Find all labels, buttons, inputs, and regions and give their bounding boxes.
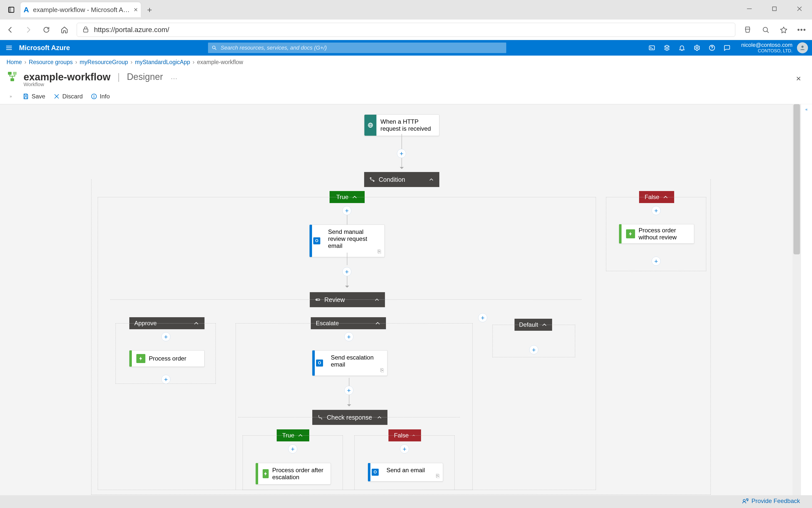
account-email: nicole@contoso.com [741, 42, 792, 48]
branch-icon [317, 414, 323, 420]
svg-point-19 [712, 49, 712, 50]
blade-subtitle: Workflow [0, 82, 812, 87]
add-step-button[interactable]: + [342, 267, 351, 276]
feedback-icon [742, 498, 748, 504]
settings-icon[interactable] [690, 40, 704, 55]
add-step-button[interactable]: + [344, 332, 353, 341]
svg-rect-25 [25, 97, 27, 99]
trigger-card[interactable]: When a HTTP request is received [364, 115, 439, 136]
new-tab-button[interactable]: + [143, 3, 156, 16]
outlook-icon: O [312, 225, 321, 257]
connection-icon: ⎘ [380, 367, 384, 374]
crumb-myresourcegroup[interactable]: myResourceGroup [80, 59, 128, 66]
portal-brand[interactable]: Microsoft Azure [19, 44, 70, 52]
feedback-top-icon[interactable] [720, 40, 735, 55]
check-response-header[interactable]: Check response [312, 410, 387, 425]
svg-rect-1 [9, 7, 11, 12]
crumb-resourcegroups[interactable]: Resource groups [29, 59, 73, 66]
connection-icon: ⎘ [436, 473, 439, 479]
send-an-email-card[interactable]: O Send an email ⎘ [368, 463, 443, 481]
svg-rect-24 [25, 94, 27, 95]
outlook-icon: O [371, 463, 380, 481]
switch-review-header[interactable]: Review [310, 292, 385, 307]
breadcrumb: Home› Resource groups› myResourceGroup› … [0, 55, 812, 69]
designer-canvas[interactable]: When a HTTP request is received + Condit… [0, 104, 792, 495]
add-step-button[interactable]: + [288, 444, 297, 454]
tab-title: example-workflow - Microsoft A… [33, 6, 130, 14]
app-menu-icon[interactable] [5, 4, 17, 15]
vertical-scrollbar[interactable] [792, 104, 801, 495]
process-after-escalation-card[interactable]: Process order after escalation [256, 463, 331, 484]
directories-icon[interactable] [659, 40, 674, 55]
chevron-up-icon[interactable] [374, 297, 380, 303]
window-close-icon[interactable] [787, 0, 812, 17]
lock-icon [82, 26, 89, 34]
add-step-button[interactable]: + [400, 444, 409, 454]
process-order-card[interactable]: Process order [129, 350, 204, 367]
browser-menu-icon[interactable]: ••• [796, 24, 808, 36]
add-step-button[interactable]: + [161, 332, 170, 341]
account-info[interactable]: nicole@contoso.com CONTOSO, LTD. [735, 42, 796, 54]
window-minimize-icon[interactable] [737, 0, 762, 17]
svg-rect-22 [13, 72, 16, 75]
nav-back-button[interactable] [4, 24, 16, 36]
nav-refresh-button[interactable] [41, 24, 52, 36]
add-step-button[interactable]: + [652, 257, 661, 266]
svg-rect-21 [8, 72, 11, 75]
add-step-button[interactable]: + [342, 206, 351, 215]
add-step-button[interactable]: + [344, 386, 353, 395]
add-step-button[interactable]: + [652, 206, 661, 215]
avatar[interactable] [797, 42, 808, 53]
discard-button[interactable]: Discard [53, 93, 83, 100]
azure-logo-icon: A [24, 5, 29, 14]
svg-line-14 [215, 49, 216, 50]
blade-title: example-workflow [24, 71, 111, 83]
scrollbar-thumb[interactable] [794, 104, 800, 254]
nav-forward-button [23, 24, 34, 36]
svg-rect-3 [772, 7, 776, 10]
crumb-app[interactable]: myStandardLogicApp [135, 59, 190, 66]
blade-close-button[interactable]: × [796, 74, 801, 83]
crumb-current: example-workflow [197, 59, 243, 66]
browser-tab[interactable]: A example-workflow - Microsoft A… × [21, 2, 141, 17]
help-icon[interactable] [704, 40, 720, 55]
nav-home-button[interactable] [59, 24, 70, 36]
send-review-email-card[interactable]: O Send manual review request email ⎘ [310, 224, 385, 257]
add-case-button[interactable]: + [478, 313, 487, 322]
portal-search[interactable] [208, 43, 506, 53]
svg-point-36 [743, 500, 745, 502]
portal-menu-button[interactable] [0, 40, 18, 55]
http-trigger-icon [364, 115, 377, 136]
favorites-icon[interactable] [778, 24, 789, 36]
crumb-home[interactable]: Home [6, 59, 22, 66]
save-button[interactable]: Save [23, 93, 45, 100]
switch-icon [315, 297, 321, 303]
notifications-icon[interactable] [674, 40, 690, 55]
send-escalation-email-card[interactable]: O Send escalation email ⎘ [312, 350, 387, 376]
blade-more-icon[interactable]: … [170, 73, 178, 81]
chevron-up-icon[interactable] [377, 414, 382, 420]
account-org: CONTOSO, LTD. [758, 48, 792, 54]
outlook-icon: O [315, 350, 324, 376]
url-text: https://portal.azure.com/ [94, 26, 169, 34]
add-step-button[interactable]: + [397, 149, 406, 158]
collapse-panel-button[interactable]: « [801, 104, 812, 495]
cloud-shell-icon[interactable] [644, 40, 659, 55]
workflow-icon [6, 71, 18, 83]
tab-close-icon[interactable]: × [133, 6, 138, 13]
blade-mode: Designer [127, 72, 163, 82]
svg-marker-9 [781, 27, 787, 33]
portal-search-input[interactable] [221, 45, 503, 51]
process-without-review-card[interactable]: Process order without review [619, 224, 694, 244]
svg-rect-6 [83, 29, 88, 32]
window-maximize-icon[interactable] [762, 0, 787, 17]
add-step-button[interactable]: + [529, 345, 538, 354]
info-button[interactable]: Info [91, 93, 110, 100]
svg-point-13 [212, 46, 215, 49]
address-bar[interactable]: https://portal.azure.com/ [77, 23, 735, 37]
provide-feedback-button[interactable]: Provide Feedback [742, 498, 800, 505]
add-step-button[interactable]: + [161, 375, 170, 384]
expand-menu-icon[interactable]: » [7, 94, 14, 99]
shopping-icon[interactable] [742, 24, 753, 36]
zoom-icon[interactable] [760, 24, 771, 36]
